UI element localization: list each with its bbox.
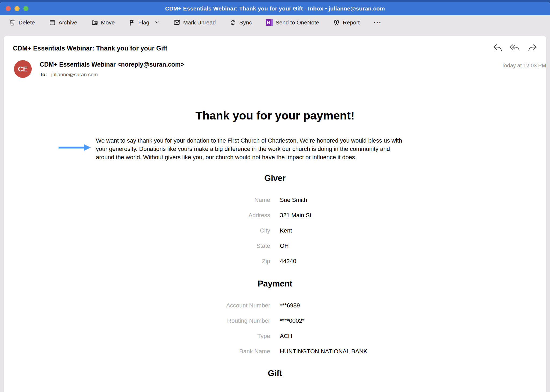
ellipsis-icon: ··· xyxy=(374,19,382,26)
mark-unread-button-label: Mark Unread xyxy=(183,19,216,26)
field-row: Zip 44240 xyxy=(13,253,537,269)
chevron-down-icon[interactable] xyxy=(155,21,159,24)
sync-button-label: Sync xyxy=(239,19,252,26)
field-value: 44240 xyxy=(280,258,537,265)
intro-paragraph: We want to say thank you for your donati… xyxy=(96,136,454,161)
onenote-icon: N xyxy=(266,19,273,26)
mail-toolbar: Delete Archive Move xyxy=(0,15,550,30)
field-value: HUNTINGTON NATIONAL BANK xyxy=(280,348,537,355)
message-actions xyxy=(493,44,537,53)
payment-section-title: Payment xyxy=(13,279,537,289)
email-headline: Thank you for your payment! xyxy=(13,109,537,122)
gift-section-title: Gift xyxy=(13,369,537,378)
minimize-window-button[interactable] xyxy=(15,6,20,11)
archive-button[interactable]: Archive xyxy=(49,19,77,26)
send-to-onenote-button-label: Send to OneNote xyxy=(276,19,319,26)
giver-fields: Name Sue Smith Address 321 Main St City … xyxy=(13,192,537,269)
unread-envelope-icon xyxy=(173,19,180,26)
to-address[interactable]: julianne@suran.com xyxy=(51,72,98,78)
field-row: Type ACH xyxy=(13,328,537,344)
trash-icon xyxy=(9,19,16,26)
field-label: Address xyxy=(13,212,270,219)
delete-button[interactable]: Delete xyxy=(9,19,35,26)
field-row: Name Sue Smith xyxy=(13,192,537,208)
title-bar: CDM+ Essentials Webinar: Thank you for y… xyxy=(0,2,550,15)
field-value: Sue Smith xyxy=(280,197,537,204)
paragraph-line: around the world. Without givers like yo… xyxy=(96,153,454,161)
reply-icon xyxy=(493,49,503,53)
mark-unread-button[interactable]: Mark Unread xyxy=(173,19,216,26)
sync-button[interactable]: Sync xyxy=(230,19,252,26)
field-row: Routing Number ****0002* xyxy=(13,313,537,328)
field-label: Type xyxy=(13,333,270,340)
archive-button-label: Archive xyxy=(59,19,77,26)
move-button-label: Move xyxy=(101,19,115,26)
field-value: OH xyxy=(280,242,537,249)
field-value: ****0002* xyxy=(280,317,537,324)
paragraph-line: We want to say thank you for your donati… xyxy=(96,136,454,145)
field-label: Account Number xyxy=(13,302,270,309)
field-label: Bank Name xyxy=(13,348,270,355)
reply-all-icon xyxy=(510,49,520,53)
forward-button[interactable] xyxy=(527,44,537,53)
field-row: Address 321 Main St xyxy=(13,208,537,223)
sender-name[interactable]: CDM+ Essentials Webinar <noreply@suran.c… xyxy=(40,61,184,68)
window-title: CDM+ Essentials Webinar: Thank you for y… xyxy=(165,5,385,12)
reply-all-button[interactable] xyxy=(510,44,520,53)
flag-button-label: Flag xyxy=(138,19,149,26)
field-row: State OH xyxy=(13,238,537,253)
to-label: To: xyxy=(40,72,47,78)
sender-block: CE CDM+ Essentials Webinar <noreply@sura… xyxy=(14,60,537,78)
message-timestamp: Today at 12:03 PM xyxy=(501,63,546,69)
sync-icon xyxy=(230,19,237,26)
message-header: CDM+ Essentials Webinar: Thank you for y… xyxy=(13,36,537,53)
payment-fields: Account Number ***6989 Routing Number **… xyxy=(13,298,537,359)
reply-button[interactable] xyxy=(493,44,503,53)
report-button-label: Report xyxy=(343,19,360,26)
zoom-window-button[interactable] xyxy=(23,6,28,11)
move-button[interactable]: Move xyxy=(91,19,115,26)
field-value: ACH xyxy=(280,333,537,340)
window-controls xyxy=(6,6,28,11)
field-value: Kent xyxy=(280,227,537,234)
field-row: City Kent xyxy=(13,223,537,238)
close-window-button[interactable] xyxy=(6,6,11,11)
delete-button-label: Delete xyxy=(19,19,35,26)
field-value: 321 Main St xyxy=(280,212,537,219)
annotation-arrow-icon xyxy=(59,144,91,152)
sender-info: CDM+ Essentials Webinar <noreply@suran.c… xyxy=(40,60,184,78)
field-row: Account Number ***6989 xyxy=(13,298,537,313)
giver-section-title: Giver xyxy=(13,173,537,183)
flag-button[interactable]: Flag xyxy=(129,19,159,26)
field-label: City xyxy=(13,227,270,234)
flag-icon xyxy=(129,19,136,26)
send-to-onenote-button[interactable]: N Send to OneNote xyxy=(266,19,319,26)
message-subject: CDM+ Essentials Webinar: Thank you for y… xyxy=(13,45,167,52)
field-label: Name xyxy=(13,197,270,204)
report-shield-icon xyxy=(333,19,340,26)
field-row: Bank Name HUNTINGTON NATIONAL BANK xyxy=(13,344,537,359)
archive-box-icon xyxy=(49,19,56,26)
forward-icon xyxy=(527,49,537,53)
paragraph-line: your generosity. Donations like yours ma… xyxy=(96,145,454,153)
intro-paragraph-block: We want to say thank you for your donati… xyxy=(13,136,537,161)
avatar[interactable]: CE xyxy=(14,60,32,78)
more-actions-button[interactable]: ··· xyxy=(374,19,382,26)
reading-pane: CDM+ Essentials Webinar: Thank you for y… xyxy=(4,36,546,392)
field-label: Zip xyxy=(13,258,270,265)
recipient-row: To: julianne@suran.com xyxy=(40,72,184,78)
report-button[interactable]: Report xyxy=(333,19,360,26)
field-value: ***6989 xyxy=(280,302,537,309)
mail-app-window: CDM+ Essentials Webinar: Thank you for y… xyxy=(0,2,550,392)
field-label: Routing Number xyxy=(13,317,270,324)
field-label: State xyxy=(13,242,270,249)
move-folder-icon xyxy=(91,19,98,26)
